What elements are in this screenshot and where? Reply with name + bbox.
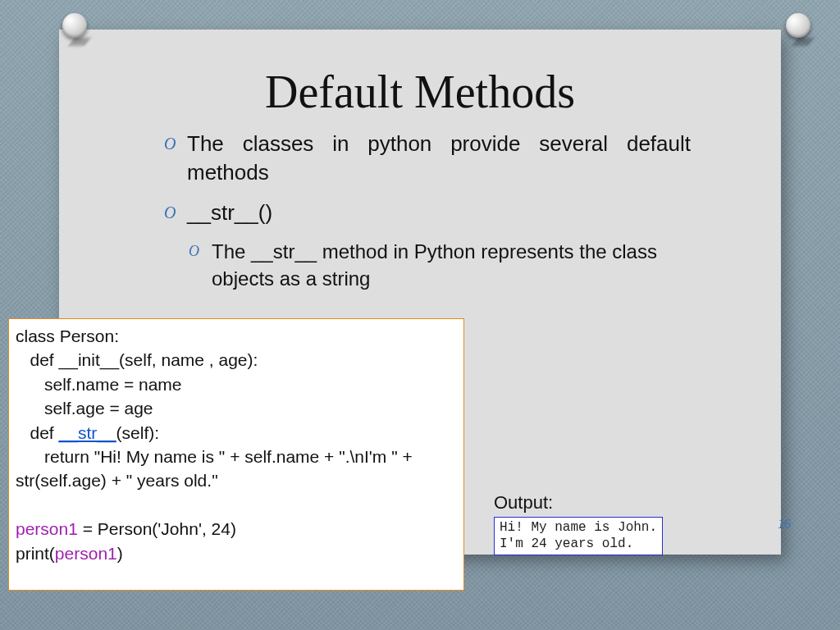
- slide-title: Default Methods: [59, 30, 781, 118]
- page-number: 16: [778, 517, 791, 532]
- output-box: Hi! My name is John. I'm 24 years old.: [494, 517, 663, 555]
- code-line: print(: [16, 544, 55, 563]
- code-line: self.name = name: [16, 375, 182, 394]
- pushpin-icon: [781, 11, 817, 48]
- var-person1: person1: [55, 544, 117, 563]
- bullet-item-3: The __str__ method in Python represents …: [189, 239, 691, 292]
- bullet-list: The classes in python provide several de…: [59, 118, 781, 292]
- code-line: (self):: [116, 423, 160, 442]
- output-label: Output:: [494, 492, 553, 514]
- pushpin-icon: [57, 11, 94, 48]
- code-line: = Person('John', 24): [78, 519, 236, 538]
- keyword-str: __str__: [59, 423, 116, 442]
- code-line: def __init__(self, name , age):: [16, 350, 258, 369]
- code-line: ): [117, 544, 123, 563]
- code-line: class Person:: [16, 326, 119, 345]
- var-person1: person1: [16, 519, 78, 538]
- code-line: def: [16, 423, 59, 442]
- bullet-item-1: The classes in python provide several de…: [164, 130, 691, 187]
- code-example-box: class Person: def __init__(self, name , …: [8, 318, 464, 591]
- code-line: return "Hi! My name is " + self.name + "…: [16, 447, 418, 490]
- bullet-item-2: __str__(): [164, 199, 691, 227]
- code-line: self.age = age: [16, 399, 153, 418]
